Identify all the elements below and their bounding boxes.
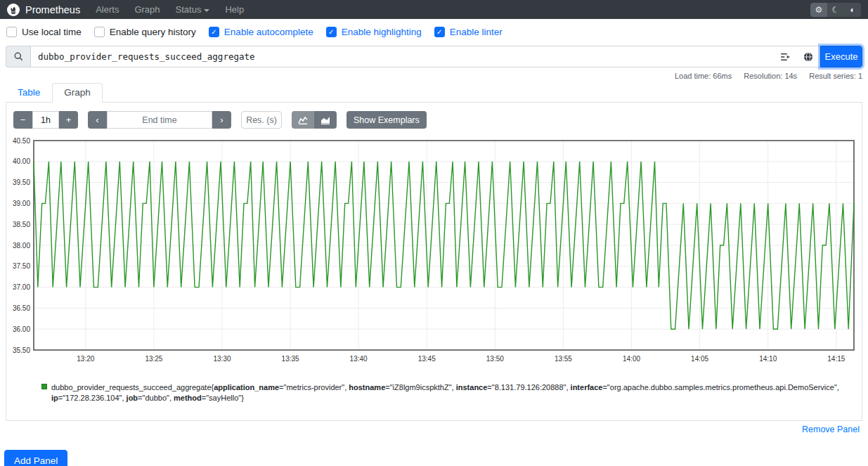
time-back-button[interactable]: ‹ [88,111,107,129]
checkbox-box-icon[interactable]: ✓ [434,27,445,37]
result-series: Result series: 1 [809,72,862,80]
svg-text:35.50: 35.50 [13,347,30,354]
nav-item-help[interactable]: Help [225,4,244,15]
query-input[interactable] [31,51,775,62]
svg-text:13:45: 13:45 [418,355,436,363]
globe-icon[interactable] [797,46,820,67]
checkbox-box-icon[interactable] [94,27,105,37]
time-forward-button[interactable]: › [212,111,231,129]
svg-text:14:05: 14:05 [691,355,708,363]
checkbox-enable-linter[interactable]: ✓Enable linter [434,27,503,37]
chevron-down-icon [204,9,209,12]
svg-text:38.00: 38.00 [13,242,30,250]
chart-type-toggle [292,111,337,129]
resolution-input[interactable] [241,111,282,129]
graph-panel: − + ‹ › Show Exemplars 40.5040.0039.5039… [6,102,862,421]
show-exemplars-button[interactable]: Show Exemplars [346,111,427,129]
top-navbar: Prometheus AlertsGraphStatusHelp ⚙☾◐ [0,0,868,19]
range-increase-button[interactable]: + [59,111,78,129]
tab-graph[interactable]: Graph [52,83,103,103]
svg-text:14:00: 14:00 [623,355,640,363]
remove-panel-row: Remove Panel [0,424,860,434]
svg-text:13:35: 13:35 [282,355,299,363]
svg-text:40.00: 40.00 [13,157,30,165]
query-stats: Load time: 66ms Resolution: 14s Result s… [0,67,868,80]
execute-button[interactable]: Execute [820,46,862,67]
timeseries-plot[interactable]: 40.5040.0039.5039.0038.5038.0037.5037.00… [8,136,858,369]
settings-icon[interactable]: ⚙ [810,3,827,17]
auto-theme-icon[interactable]: ◐ [844,3,861,17]
svg-text:36.50: 36.50 [13,304,30,312]
end-time-input[interactable] [107,111,212,129]
dark-theme-icon[interactable]: ☾ [827,3,844,17]
checkbox-label: Use local time [22,27,82,37]
brand-title: Prometheus [25,4,80,15]
nav-item-graph[interactable]: Graph [134,4,160,15]
prometheus-brand[interactable]: Prometheus [7,4,80,16]
svg-text:37.00: 37.00 [13,283,30,291]
metrics-explorer-icon[interactable] [775,46,797,67]
svg-text:13:50: 13:50 [486,355,504,363]
tab-table[interactable]: Table [6,83,52,103]
checkbox-box-icon[interactable]: ✓ [326,27,337,37]
nav-item-alerts[interactable]: Alerts [96,4,119,15]
resolution: Resolution: 14s [744,72,797,80]
query-row: Execute [0,44,868,67]
svg-text:14:15: 14:15 [827,355,845,363]
svg-text:39.00: 39.00 [13,200,30,207]
legend-swatch-icon [41,384,47,389]
svg-text:38.50: 38.50 [13,221,30,228]
svg-text:13:30: 13:30 [213,355,231,363]
chart-legend[interactable]: dubbo_provider_requests_succeed_aggregat… [41,382,862,403]
range-input[interactable] [32,111,59,129]
remove-panel-link[interactable]: Remove Panel [802,425,860,434]
search-icon [6,46,30,67]
load-time: Load time: 66ms [675,72,732,80]
nav-item-status[interactable]: Status [176,4,210,15]
checkbox-label: Enable query history [110,27,196,37]
checkbox-label: Enable linter [450,27,503,37]
svg-text:14:10: 14:10 [759,355,777,363]
range-decrease-button[interactable]: − [13,111,32,129]
add-panel-button[interactable]: Add Panel [4,450,67,466]
prometheus-logo-icon [7,4,20,16]
checkbox-enable-autocomplete[interactable]: ✓Enable autocomplete [209,27,313,37]
svg-text:36.00: 36.00 [13,325,30,333]
legend-label: dubbo_provider_requests_succeed_aggregat… [51,382,841,403]
checkbox-use-local-time[interactable]: Use local time [6,27,82,37]
stacked-graph-icon[interactable] [314,111,337,129]
query-input-wrap [30,46,820,67]
checkbox-label: Enable autocomplete [224,27,313,37]
checkbox-label: Enable highlighting [342,27,422,37]
graph-controls: − + ‹ › Show Exemplars [6,108,862,136]
svg-text:40.50: 40.50 [13,137,30,145]
panel-tabs: TableGraph [6,83,862,102]
graph-chart[interactable]: 40.5040.0039.5039.0038.5038.0037.5037.00… [6,136,862,371]
svg-text:13:55: 13:55 [555,355,572,363]
svg-text:37.50: 37.50 [13,262,30,270]
checkbox-box-icon[interactable] [6,27,17,37]
theme-button-group: ⚙☾◐ [810,3,861,17]
checkbox-enable-highlighting[interactable]: ✓Enable highlighting [326,27,422,37]
svg-text:13:40: 13:40 [350,355,368,363]
nav-links: AlertsGraphStatusHelp [96,4,810,15]
svg-text:39.50: 39.50 [13,179,30,186]
checkbox-enable-query-history[interactable]: Enable query history [94,27,196,37]
checkbox-box-icon[interactable]: ✓ [209,27,219,37]
svg-text:13:20: 13:20 [77,355,94,363]
query-options-row: Use local timeEnable query history✓Enabl… [0,19,868,44]
svg-text:13:25: 13:25 [145,355,162,363]
line-graph-icon[interactable] [292,111,314,129]
